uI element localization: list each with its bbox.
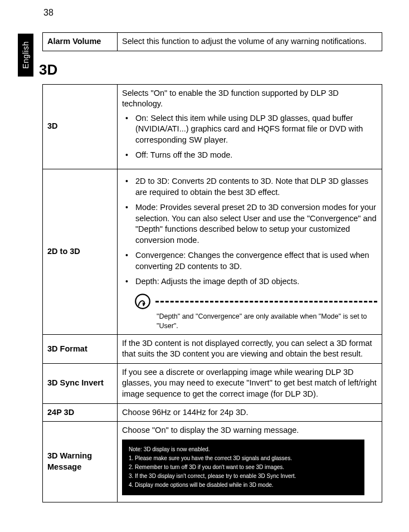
table-row: Alarm Volume Select this function to adj… — [43, 33, 382, 51]
3d-settings-table: 3D Selects "On" to enable the 3D functio… — [42, 84, 382, 502]
row-label: 2D to 3D — [43, 169, 118, 334]
language-tab: English — [18, 33, 33, 76]
row-desc: Choose "On" to display the 3D warning me… — [117, 422, 382, 502]
row-intro: Selects "On" to enable the 3D function s… — [122, 88, 377, 110]
svg-point-0 — [135, 294, 150, 309]
row-label: Alarm Volume — [43, 33, 118, 51]
dashed-divider — [155, 301, 377, 302]
alarm-volume-table: Alarm Volume Select this function to adj… — [42, 32, 382, 51]
page: 38 English Alarm Volume Select this func… — [0, 0, 409, 529]
warning-line: Note: 3D display is now enabled. — [129, 445, 358, 453]
table-row: 24P 3D Choose 96Hz or 144Hz for 24p 3D. — [43, 403, 382, 422]
row-desc: 2D to 3D: Converts 2D contents to 3D. No… — [117, 169, 382, 334]
list-item: Depth: Adjusts the image depth of 3D obj… — [122, 276, 377, 287]
bullet-list: On: Select this item while using DLP 3D … — [122, 113, 377, 161]
row-label: 24P 3D — [43, 403, 118, 422]
list-item: Convergence: Changes the convergence eff… — [122, 250, 377, 272]
content-area: Alarm Volume Select this function to adj… — [42, 32, 382, 502]
page-number: 38 — [43, 8, 53, 18]
list-item: Mode: Provides several preset 2D to 3D c… — [122, 202, 377, 246]
warning-line: 4. Display mode options will be disabled… — [129, 481, 358, 489]
note-block: "Depth" and "Convergence" are only avail… — [134, 293, 377, 331]
table-row: 3D Selects "On" to enable the 3D functio… — [43, 84, 382, 169]
list-item: On: Select this item while using DLP 3D … — [122, 113, 377, 146]
warning-line: 2. Remember to turn off 3D if you don't … — [129, 463, 358, 471]
note-icon — [134, 293, 151, 310]
row-label: 3D — [43, 84, 118, 169]
row-label: 3D Warning Message — [43, 422, 118, 502]
row-desc: Select this function to adjust the volum… — [117, 33, 382, 51]
note-row — [134, 293, 377, 310]
row-desc: If the 3D content is not displayed corre… — [117, 334, 382, 363]
note-text: "Depth" and "Convergence" are only avail… — [157, 312, 377, 331]
row-desc: Choose 96Hz or 144Hz for 24p 3D. — [117, 403, 382, 422]
list-item: Off: Turns off the 3D mode. — [122, 150, 377, 161]
table-row: 3D Warning Message Choose "On" to displa… — [43, 422, 382, 502]
list-item: 2D to 3D: Converts 2D contents to 3D. No… — [122, 176, 377, 198]
warning-message-box: Note: 3D display is now enabled. 1. Plea… — [122, 440, 364, 495]
row-label: 3D Format — [43, 334, 118, 363]
table-row: 2D to 3D 2D to 3D: Converts 2D contents … — [43, 169, 382, 334]
row-desc: If you see a discrete or overlapping ima… — [117, 363, 382, 403]
section-heading-3d: 3D — [39, 61, 382, 79]
table-row: 3D Sync Invert If you see a discrete or … — [43, 363, 382, 403]
row-intro: Choose "On" to display the 3D warning me… — [122, 425, 377, 436]
table-row: 3D Format If the 3D content is not displ… — [43, 334, 382, 363]
row-label: 3D Sync Invert — [43, 363, 118, 403]
row-desc: Selects "On" to enable the 3D function s… — [117, 84, 382, 169]
warning-line: 1. Please make sure you have the correct… — [129, 454, 358, 462]
bullet-list: 2D to 3D: Converts 2D contents to 3D. No… — [122, 176, 377, 287]
warning-line: 3. If the 3D display isn't correct, plea… — [129, 472, 358, 480]
